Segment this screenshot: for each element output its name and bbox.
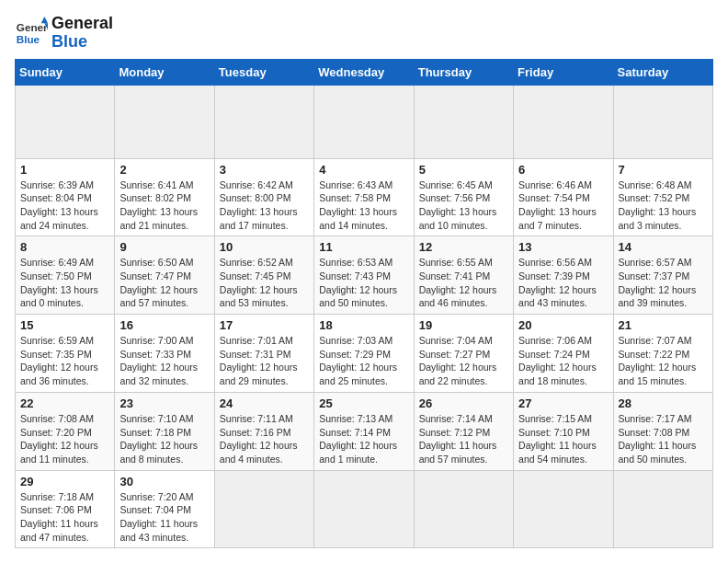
calendar-cell: 23Sunrise: 7:10 AMSunset: 7:18 PMDayligh… [115,392,214,470]
day-number: 21 [619,318,708,332]
day-number: 19 [419,318,508,332]
day-info: Sunrise: 7:15 AMSunset: 7:10 PMDaylight:… [518,412,608,466]
calendar-cell: 21Sunrise: 7:07 AMSunset: 7:22 PMDayligh… [613,315,712,393]
day-info: Sunrise: 6:43 AMSunset: 7:58 PMDaylight:… [319,178,408,233]
calendar-cell: 15Sunrise: 6:59 AMSunset: 7:35 PMDayligh… [16,315,115,393]
day-number: 13 [518,240,608,254]
day-number: 14 [619,240,708,254]
calendar-cell: 27Sunrise: 7:15 AMSunset: 7:10 PMDayligh… [514,392,613,470]
calendar-cell: 9Sunrise: 6:50 AMSunset: 7:47 PMDaylight… [115,236,214,315]
calendar-row: 1Sunrise: 6:39 AMSunset: 8:04 PMDaylight… [16,158,713,236]
calendar-cell [214,85,313,158]
day-info: Sunrise: 7:03 AMSunset: 7:29 PMDaylight:… [319,334,408,388]
day-info: Sunrise: 6:53 AMSunset: 7:43 PMDaylight:… [319,256,408,310]
day-number: 9 [119,240,209,254]
day-info: Sunrise: 6:48 AMSunset: 7:52 PMDaylight:… [619,178,708,233]
calendar-cell: 16Sunrise: 7:00 AMSunset: 7:33 PMDayligh… [115,315,214,393]
calendar-cell: 18Sunrise: 7:03 AMSunset: 7:29 PMDayligh… [314,315,414,393]
calendar-table: SundayMondayTuesdayWednesdayThursdayFrid… [15,59,713,549]
calendar-cell [214,470,313,548]
calendar-cell [115,85,214,158]
calendar-cell [613,470,712,548]
day-info: Sunrise: 7:00 AMSunset: 7:33 PMDaylight:… [119,334,209,388]
day-info: Sunrise: 7:20 AMSunset: 7:04 PMDaylight:… [119,490,209,545]
calendar-cell: 6Sunrise: 6:46 AMSunset: 7:54 PMDaylight… [514,158,613,236]
calendar-cell: 20Sunrise: 7:06 AMSunset: 7:24 PMDayligh… [514,315,613,393]
day-number: 6 [518,163,608,177]
calendar-header-row: SundayMondayTuesdayWednesdayThursdayFrid… [16,59,713,85]
day-number: 2 [119,163,209,177]
day-info: Sunrise: 6:59 AMSunset: 7:35 PMDaylight:… [20,334,109,388]
calendar-cell: 19Sunrise: 7:04 AMSunset: 7:27 PMDayligh… [414,315,513,393]
calendar-cell: 14Sunrise: 6:57 AMSunset: 7:37 PMDayligh… [613,236,712,315]
calendar-cell: 5Sunrise: 6:45 AMSunset: 7:56 PMDaylight… [414,158,513,236]
day-number: 30 [119,475,209,488]
calendar-cell [414,470,513,548]
day-info: Sunrise: 6:41 AMSunset: 8:02 PMDaylight:… [119,178,209,233]
calendar-row: 22Sunrise: 7:08 AMSunset: 7:20 PMDayligh… [16,392,713,470]
day-number: 27 [518,396,608,410]
day-of-week-header: Tuesday [214,59,313,85]
day-number: 3 [220,163,309,177]
day-number: 26 [419,396,508,410]
day-number: 17 [220,318,309,332]
day-number: 28 [619,396,708,410]
day-number: 4 [319,163,408,177]
day-of-week-header: Wednesday [314,59,414,85]
day-number: 24 [220,396,309,410]
calendar-cell: 1Sunrise: 6:39 AMSunset: 8:04 PMDaylight… [16,158,115,236]
day-number: 7 [619,163,708,177]
logo: General Blue General Blue [15,15,113,52]
day-info: Sunrise: 6:45 AMSunset: 7:56 PMDaylight:… [419,178,508,233]
calendar-cell: 30Sunrise: 7:20 AMSunset: 7:04 PMDayligh… [115,470,214,548]
logo-icon: General Blue [15,17,48,50]
day-info: Sunrise: 7:17 AMSunset: 7:08 PMDaylight:… [619,412,708,466]
day-of-week-header: Thursday [414,59,513,85]
day-info: Sunrise: 7:13 AMSunset: 7:14 PMDaylight:… [319,412,408,466]
day-number: 1 [20,163,109,177]
calendar-cell: 17Sunrise: 7:01 AMSunset: 7:31 PMDayligh… [214,315,313,393]
calendar-row: 29Sunrise: 7:18 AMSunset: 7:06 PMDayligh… [16,470,713,548]
calendar-row [16,85,713,158]
calendar-row: 15Sunrise: 6:59 AMSunset: 7:35 PMDayligh… [16,315,713,393]
day-info: Sunrise: 7:11 AMSunset: 7:16 PMDaylight:… [220,412,309,466]
day-info: Sunrise: 7:06 AMSunset: 7:24 PMDaylight:… [518,334,608,388]
day-number: 11 [319,240,408,254]
day-info: Sunrise: 6:56 AMSunset: 7:39 PMDaylight:… [518,256,608,310]
day-number: 22 [20,396,109,410]
calendar-cell: 22Sunrise: 7:08 AMSunset: 7:20 PMDayligh… [16,392,115,470]
calendar-cell: 25Sunrise: 7:13 AMSunset: 7:14 PMDayligh… [314,392,414,470]
day-number: 23 [119,396,209,410]
day-of-week-header: Saturday [613,59,712,85]
calendar-cell [414,85,513,158]
svg-text:Blue: Blue [17,33,40,45]
calendar-cell: 29Sunrise: 7:18 AMSunset: 7:06 PMDayligh… [16,470,115,548]
calendar-cell: 10Sunrise: 6:52 AMSunset: 7:45 PMDayligh… [214,236,313,315]
calendar-cell: 8Sunrise: 6:49 AMSunset: 7:50 PMDaylight… [16,236,115,315]
day-info: Sunrise: 7:18 AMSunset: 7:06 PMDaylight:… [20,490,109,545]
day-info: Sunrise: 6:52 AMSunset: 7:45 PMDaylight:… [220,256,309,310]
day-info: Sunrise: 7:07 AMSunset: 7:22 PMDaylight:… [619,334,708,388]
day-info: Sunrise: 7:10 AMSunset: 7:18 PMDaylight:… [119,412,209,466]
day-of-week-header: Sunday [16,59,115,85]
day-info: Sunrise: 6:46 AMSunset: 7:54 PMDaylight:… [518,178,608,233]
day-info: Sunrise: 6:42 AMSunset: 8:00 PMDaylight:… [220,178,309,233]
calendar-cell [16,85,115,158]
calendar-cell: 13Sunrise: 6:56 AMSunset: 7:39 PMDayligh… [514,236,613,315]
calendar-cell: 4Sunrise: 6:43 AMSunset: 7:58 PMDaylight… [314,158,414,236]
calendar-cell: 26Sunrise: 7:14 AMSunset: 7:12 PMDayligh… [414,392,513,470]
day-number: 20 [518,318,608,332]
day-number: 25 [319,396,408,410]
logo-blue-text: Blue [51,33,113,52]
day-number: 10 [220,240,309,254]
header: General Blue General Blue [15,15,713,52]
calendar-cell: 2Sunrise: 6:41 AMSunset: 8:02 PMDaylight… [115,158,214,236]
calendar-cell [514,85,613,158]
calendar-cell: 7Sunrise: 6:48 AMSunset: 7:52 PMDaylight… [613,158,712,236]
calendar-cell: 24Sunrise: 7:11 AMSunset: 7:16 PMDayligh… [214,392,313,470]
calendar-cell: 28Sunrise: 7:17 AMSunset: 7:08 PMDayligh… [613,392,712,470]
day-number: 5 [419,163,508,177]
day-number: 12 [419,240,508,254]
svg-marker-2 [41,17,48,23]
calendar-cell [314,470,414,548]
